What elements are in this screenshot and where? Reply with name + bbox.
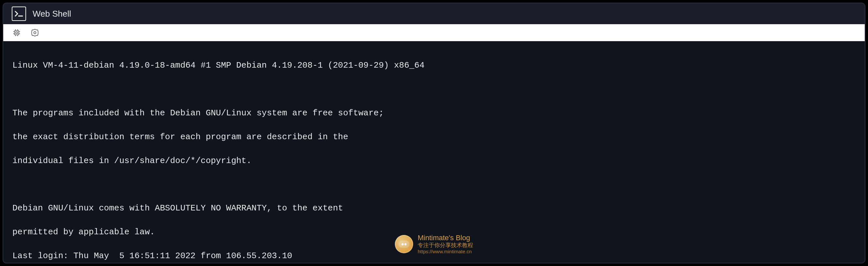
banner-line: individual files in /usr/share/doc/*/cop… [12,155,856,167]
terminal-icon [12,6,26,21]
watermark: Mintimate's Blog 专注于你分享技术教程 https://www.… [395,234,473,254]
watermark-text: Mintimate's Blog 专注于你分享技术教程 https://www.… [418,234,473,254]
watermark-subtitle: 专注于你分享技术教程 [418,242,473,249]
svg-rect-2 [16,32,17,33]
svg-marker-12 [32,29,38,36]
chip-icon[interactable] [12,28,21,37]
banner-line: Linux VM-4-11-debian 4.19.0-18-amd64 #1 … [12,59,856,71]
terminal-area[interactable]: Linux VM-4-11-debian 4.19.0-18-amd64 #1 … [3,41,865,263]
watermark-logo-icon [395,235,413,253]
banner-line: Debian GNU/Linux comes with ABSOLUTELY N… [12,202,856,214]
watermark-url: https://www.mintimate.cn [418,249,473,255]
window-title: Web Shell [33,9,71,19]
gear-icon[interactable] [31,28,39,37]
svg-rect-1 [15,31,19,35]
window-header: Web Shell [3,3,865,24]
banner-line: The programs included with the Debian GN… [12,107,856,119]
toolbar [3,24,865,41]
banner-line: the exact distribution terms for each pr… [12,131,856,143]
web-shell-window: Web Shell Linux VM-4-11-debian 4.19.0-18… [3,3,865,263]
svg-point-11 [34,32,36,34]
watermark-title: Mintimate's Blog [418,234,473,242]
